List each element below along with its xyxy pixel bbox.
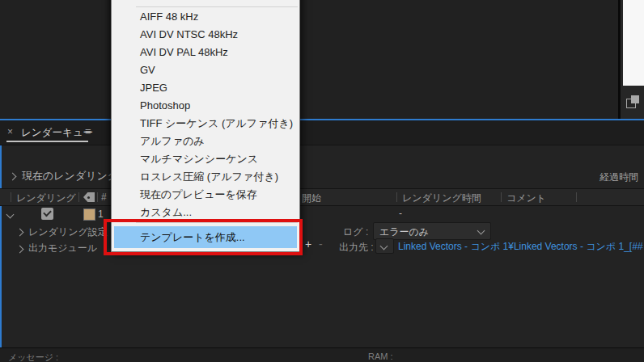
tab-render-queue[interactable]: × レンダーキュー ≡ [0,120,99,145]
menu-item[interactable]: GV [112,61,299,79]
menu-item[interactable]: TIFF シーケンス (アルファ付き) [112,115,299,133]
chevron-down-icon[interactable] [6,211,15,219]
menu-item[interactable]: AIFF 48 kHz [112,8,299,26]
column-divider [97,192,98,202]
render-settings-label: レンダリング設定 [28,225,108,239]
queue-item-number: 1 [98,208,104,220]
close-icon[interactable]: × [7,126,13,137]
column-divider [11,192,11,202]
column-divider [78,192,79,202]
header-comment: コメント [506,192,546,205]
output-to-label: 出力先 : [339,241,374,255]
composition-preview-fragment [623,0,644,86]
log-dropdown-value: エラーのみ [379,225,429,239]
chevron-down-icon [380,242,388,250]
menu-item[interactable]: AVI DV NTSC 48kHz [112,26,299,44]
active-panel-border-left [0,120,2,347]
column-divider [576,192,577,202]
render-enabled-checkbox[interactable] [41,208,53,220]
log-dropdown[interactable]: エラーのみ [373,222,491,240]
log-label: ログ : [343,225,368,239]
start-value: - [399,208,402,219]
status-bar [0,348,644,362]
add-output-module-button[interactable]: + [305,238,311,250]
menu-item[interactable]: カスタム... [112,204,299,221]
hamburger-menu-icon[interactable]: ≡ [85,125,91,137]
column-divider [396,192,397,202]
header-number: # [101,192,107,203]
menu-item[interactable]: マルチマシンシーケンス [112,150,299,168]
output-path-link[interactable]: Linked Vectors - コンポ 1¥Linked Vectors - … [398,240,643,254]
chevron-right-icon[interactable] [16,246,24,254]
chevron-right-icon[interactable] [9,173,17,181]
after-effects-window: × レンダーキュー ≡ 現在のレンダリング 経過時間 レンダリング # 開始 レ… [0,0,644,362]
menu-item[interactable]: ロスレス圧縮 (アルファ付き) [112,168,299,186]
header-render-time: レンダリング時間 [402,192,481,205]
menu-item-create-template[interactable]: テンプレートを作成... [114,226,297,248]
header-render: レンダリング [16,192,76,205]
header-start: 開始 [302,192,321,205]
menu-item[interactable]: 現在のプレビューを保存 [112,186,299,204]
message-label: メッセージ : [8,351,58,362]
remove-output-module-button[interactable]: - [319,238,323,250]
menu-item[interactable]: AVI DV PAL 48kHz [112,44,299,61]
output-module-template-menu: AIFF 48 kHz AVI DV NTSC 48kHz AVI DV PAL… [111,0,300,252]
current-render-label: 現在のレンダリング [22,169,118,183]
menu-item[interactable]: Photoshop [112,97,299,115]
elapsed-time-label: 経過時間 [600,170,638,184]
menu-item[interactable]: JPEG [112,79,299,97]
label-tag-icon [83,192,95,202]
chevron-down-icon [477,227,485,235]
menu-clipped-top [112,0,299,6]
comp-label-swatch[interactable] [83,208,95,221]
timeline-empty-area [0,0,618,119]
tab-label: レンダーキュー [21,126,93,140]
menu-separator [136,222,298,223]
output-to-dropdown[interactable] [375,238,394,254]
menu-item[interactable]: アルファのみ [112,133,299,150]
ram-label: RAM : [368,351,393,361]
stacked-frames-icon[interactable] [626,95,641,109]
column-divider [501,192,502,202]
panel-tab-strip: × レンダーキュー ≡ [0,120,644,145]
queue-column-headers: レンダリング # 開始 レンダリング時間 コメント [0,188,644,206]
output-module-label: 出力モジュール [28,242,97,255]
chevron-right-icon[interactable] [16,229,24,237]
menu-separator [136,6,298,7]
tab-active-underline [6,141,88,142]
